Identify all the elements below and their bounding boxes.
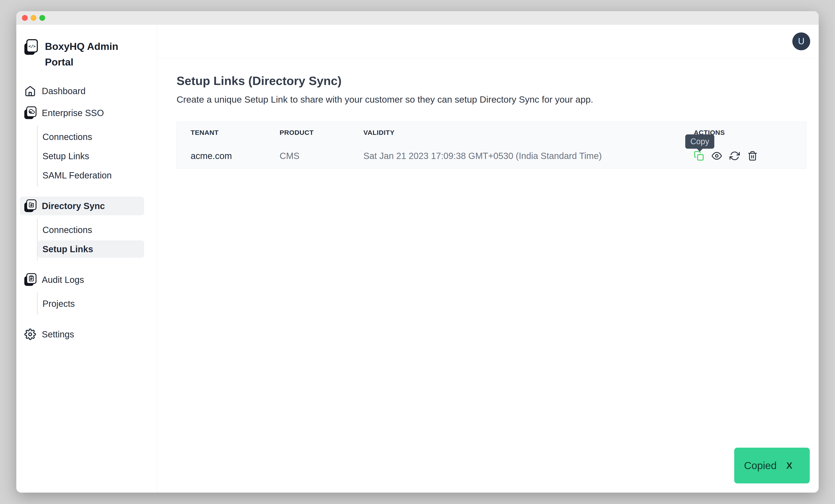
window-minimize-button[interactable] [30,15,37,21]
sidebar-subitem-dsync-setup-links[interactable]: Setup Links [38,240,144,258]
sidebar-item-label: Enterprise SSO [42,108,104,118]
view-link-button[interactable] [712,151,722,161]
sidebar: </> BoxyHQ Admin Portal Dashboard [16,25,157,492]
sidebar-subitem-dsync-connections[interactable]: Connections [38,221,144,239]
page-title: Setup Links (Directory Sync) [177,74,807,88]
user-avatar-button[interactable]: U [792,33,810,50]
sidebar-item-label: Audit Logs [42,275,84,285]
toast-close-button[interactable]: X [786,461,792,471]
column-header-tenant: TENANT [191,129,280,136]
boxyhq-logo-icon: </> [23,39,38,56]
sidebar-item-label: Directory Sync [42,201,105,211]
sidebar-item-audit-logs[interactable]: Audit Logs [20,270,144,289]
audit-logs-submenu: Projects [37,292,144,315]
brand-name: BoxyHQ Admin Portal [45,39,123,70]
sidebar-subitem-sso-connections[interactable]: Connections [38,128,144,145]
sidebar-subitem-projects[interactable]: Projects [38,295,144,313]
column-header-validity: VALIDITY [363,129,694,136]
sidebar-item-dashboard[interactable]: Dashboard [20,82,144,100]
page-description: Create a unique Setup Link to share with… [177,94,807,105]
copy-link-button[interactable] [694,151,704,161]
gear-icon [23,327,37,341]
validity-cell: Sat Jan 21 2023 17:09:38 GMT+0530 (India… [363,151,694,161]
directory-folder-badge-icon [23,199,37,213]
sidebar-item-label: Settings [42,329,74,339]
sso-cloud-key-badge-icon [23,106,37,120]
desktop-background: </> BoxyHQ Admin Portal Dashboard [0,0,835,504]
main-area: U Setup Links (Directory Sync) Create a … [157,25,819,492]
sidebar-subitem-sso-setup-links[interactable]: Setup Links [38,147,144,165]
copy-tooltip: Copy [685,134,714,149]
sidebar-subitem-saml-federation[interactable]: SAML Federation [38,166,144,184]
window-close-button[interactable] [22,15,28,21]
regenerate-link-button[interactable] [730,151,740,161]
row-actions [694,151,806,161]
trash-icon [747,151,758,161]
sidebar-item-settings[interactable]: Settings [20,325,144,344]
app-body: </> BoxyHQ Admin Portal Dashboard [16,25,819,492]
sidebar-item-directory-sync[interactable]: Directory Sync [20,197,144,215]
toast-message: Copied [744,460,777,471]
code-glyph: </> [28,44,36,48]
column-header-product: PRODUCT [280,129,363,136]
audit-clipboard-badge-icon [23,273,37,287]
eye-icon [712,151,722,161]
brand: </> BoxyHQ Admin Portal [16,39,157,70]
page-content: Setup Links (Directory Sync) Create a un… [157,58,819,492]
sidebar-item-label: Dashboard [42,86,86,96]
sidebar-item-enterprise-sso[interactable]: Enterprise SSO [20,103,144,122]
sidebar-menu: Dashboard [16,82,157,344]
top-header: U [157,25,819,58]
enterprise-sso-submenu: Connections Setup Links SAML Federation [37,125,144,187]
product-cell: CMS [280,151,363,161]
app-window: </> BoxyHQ Admin Portal Dashboard [16,11,819,492]
home-icon [23,84,37,98]
refresh-icon [730,151,740,161]
tenant-cell: acme.com [191,151,280,161]
copy-tooltip-label: Copy [690,137,709,146]
copied-toast: Copied X [734,448,810,483]
copy-icon [694,151,704,161]
window-zoom-button[interactable] [39,15,45,21]
window-titlebar [16,11,819,25]
directory-sync-submenu: Connections Setup Links [37,219,144,261]
delete-link-button[interactable] [747,151,758,161]
setup-links-table: TENANT PRODUCT VALIDITY ACTIONS acme.com… [177,122,806,168]
